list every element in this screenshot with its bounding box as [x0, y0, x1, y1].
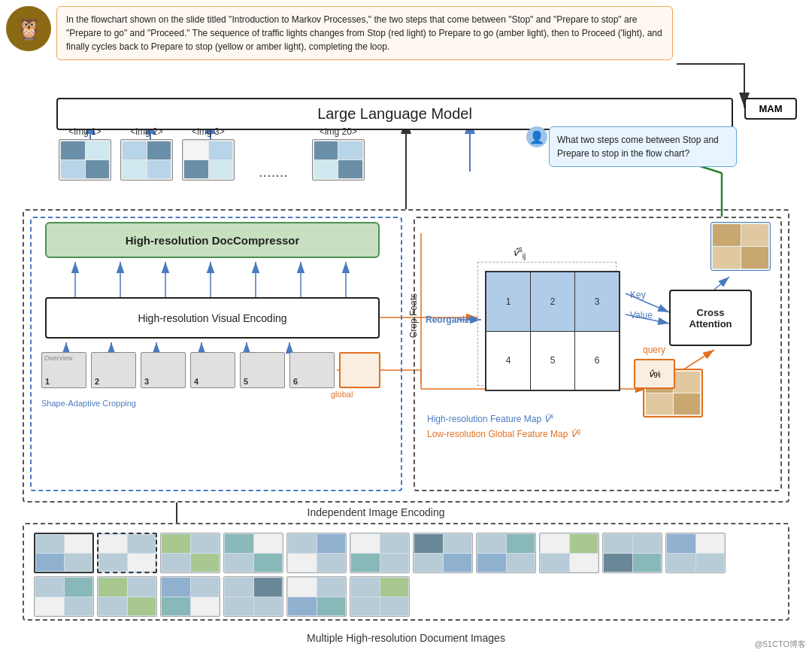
hr-cell: [713, 224, 741, 246]
img3-label: <img 3>: [192, 126, 224, 137]
lr-cell: [674, 372, 701, 393]
thumb-label: Overview: [44, 354, 73, 362]
bt-cell: [128, 597, 156, 616]
bt-cell: [633, 554, 662, 573]
img-cell: [209, 141, 233, 159]
bt-cell: [507, 554, 535, 573]
bt-cell: [254, 534, 283, 553]
thumb-number: 3: [144, 377, 149, 386]
key-label: Key: [630, 290, 646, 300]
thumb-number: 2: [95, 377, 99, 386]
bt-cell: [128, 554, 156, 572]
bottom-thumb: [97, 576, 157, 617]
bottom-thumb: [539, 533, 599, 573]
hr-cell: [713, 247, 741, 269]
bt-cell: [128, 578, 156, 597]
user-icon: 👤: [526, 126, 547, 147]
thumb-1: Overview 1: [41, 352, 86, 388]
bt-cell: [570, 534, 598, 553]
bottom-thumb: [160, 533, 220, 573]
thumb-number: 5: [244, 377, 248, 386]
ind-encoding-label: Independent Image Encoding: [301, 506, 451, 518]
bt-cell: [570, 554, 598, 573]
hr-cell: [741, 224, 769, 246]
bt-cell: [35, 578, 64, 597]
cross-attention-box: CrossAttention: [669, 290, 752, 346]
thumb-4: 4: [190, 352, 235, 388]
thumb-5: 5: [240, 352, 285, 388]
reorganize-label: Reorganize: [426, 314, 474, 325]
doc-images-label: Multiple High-resolution Document Images: [278, 632, 534, 644]
img20-thumb: [312, 139, 365, 181]
img-cell: [338, 160, 362, 178]
bt-cell: [541, 534, 569, 553]
bottom-thumb: [34, 576, 94, 617]
img-cell: [314, 141, 338, 159]
img3-thumb: [182, 139, 235, 181]
value-label: Value: [630, 310, 653, 320]
answer-text: In the flowchart shown on the slide titl…: [66, 14, 662, 52]
grid-cell-1: 1: [486, 272, 531, 332]
img-cell: [338, 141, 362, 159]
bottom-thumb: [413, 533, 473, 573]
bt-cell: [444, 554, 472, 573]
mam-label: MAM: [759, 103, 782, 114]
bt-cell: [288, 597, 317, 616]
grid-cell-5: 5: [531, 332, 575, 391]
bt-cell: [65, 597, 93, 616]
bt-cell: [477, 534, 506, 553]
bt-cell: [667, 534, 695, 553]
bt-cell: [351, 554, 380, 573]
bottom-thumb: [350, 576, 410, 617]
thumb-2: 2: [91, 352, 136, 388]
llm-label: Large Language Model: [317, 105, 472, 122]
watermark: @51CTO博客: [755, 639, 806, 650]
grid-inner: 1 2 3 4 5 6: [486, 272, 620, 390]
img-cell: [86, 160, 110, 178]
bt-cell: [98, 578, 127, 597]
bt-cell: [667, 554, 695, 573]
high-res-thumb: [710, 222, 771, 271]
bt-cell: [444, 534, 472, 553]
img20-group: <img 20>: [312, 126, 365, 181]
grid-cell-3: 3: [575, 272, 620, 332]
bt-cell: [225, 597, 253, 616]
lr-cell: [646, 393, 673, 415]
img1-label: <img 1>: [68, 126, 101, 137]
bt-cell: [414, 554, 443, 573]
thumb-number: 1: [45, 377, 50, 386]
img-cell: [86, 141, 110, 159]
bt-cell: [191, 578, 220, 597]
bt-cell: [254, 578, 283, 597]
bt-cell: [162, 578, 190, 597]
bt-cell: [99, 535, 127, 553]
owl-icon: 🦉: [6, 6, 51, 51]
answer-box: In the flowchart shown on the slide titl…: [56, 6, 673, 60]
bt-cell: [225, 554, 253, 573]
thumb-number: 4: [194, 377, 198, 386]
img-cell: [123, 141, 147, 159]
thumb-row: Overview 1 2 3 4 5 6: [41, 352, 380, 388]
grid-cell-6: 6: [575, 332, 620, 391]
img1-group: <img 1>: [59, 126, 111, 181]
hr-cell: [741, 247, 769, 269]
llm-box: Large Language Model: [56, 98, 733, 130]
bt-cell: [254, 597, 283, 616]
lr-cell: [674, 393, 701, 415]
bt-cell: [36, 554, 64, 572]
img-cell: [184, 160, 208, 178]
visual-encoding-box: High-resolution Visual Encoding: [45, 297, 380, 339]
bt-cell: [604, 534, 632, 553]
mam-box: MAM: [744, 98, 797, 120]
bt-cell: [191, 534, 220, 553]
bt-cell: [507, 534, 535, 553]
img-cell: [61, 141, 85, 159]
dots-label: .......: [259, 144, 288, 181]
bt-cell: [191, 597, 220, 616]
img-cell: [147, 141, 171, 159]
img-cell: [184, 141, 208, 159]
bottom-thumb: [223, 533, 283, 573]
global-label: global: [331, 390, 353, 399]
bt-cell: [225, 578, 253, 597]
bottom-thumb: [286, 533, 347, 573]
